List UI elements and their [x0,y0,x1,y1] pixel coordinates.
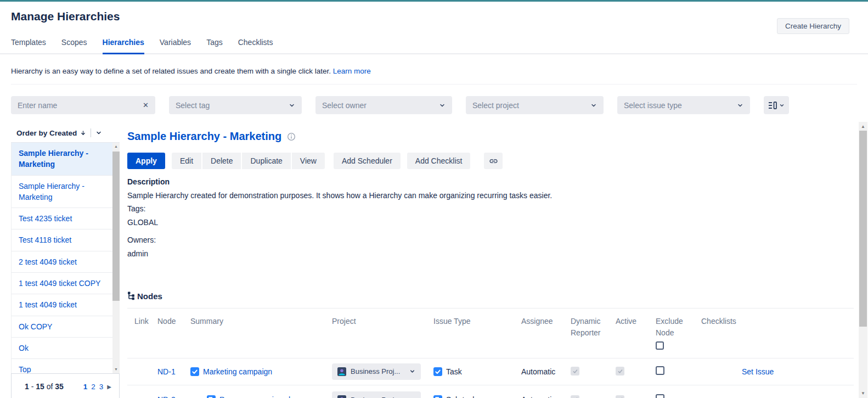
hierarchy-detail-panel: Sample Hierarchy - Marketing Apply Edit … [127,124,854,398]
tree-icon [127,292,135,300]
apply-button[interactable]: Apply [127,153,165,169]
list-item[interactable]: Top [12,359,120,373]
learn-more-link[interactable]: Learn more [333,67,371,75]
table-row: ND-1 Marketing campaign Business Proj... [127,358,854,385]
sidebar-scrollbar-thumb[interactable] [112,152,120,301]
page-2[interactable]: 2 [91,383,95,391]
action-button-group: Edit Delete Duplicate View [172,153,325,169]
top-accent-bar [0,0,868,2]
dynamic-reporter-checkbox [571,367,579,375]
summary-cell: Prepare campaign plan [190,395,332,398]
page-1[interactable]: 1 [83,383,88,391]
sidebar-scrollbar[interactable]: ▲ ▼ [112,143,120,373]
pagination-range: 1 - 15 of 35 [25,382,64,391]
tab-bar: Templates Scopes Hierarchies Variables T… [0,38,868,54]
scroll-down-icon[interactable]: ▼ [859,391,867,396]
range-end: 15 [36,382,44,391]
sidebar-pagination: 1 - 15 of 35 1 2 3 ▶ [11,373,120,398]
project-filter-select[interactable]: Select project [466,96,604,114]
sort-desc-icon[interactable] [80,130,86,137]
view-button[interactable]: View [291,153,325,169]
tab-checklists[interactable]: Checklists [238,38,273,54]
list-item[interactable]: 1 test 4049 ticket COPY [12,273,120,294]
duplicate-button[interactable]: Duplicate [241,153,290,169]
order-by-control[interactable]: Order by Created [11,124,120,142]
summary-cell: Marketing campaign [190,367,332,376]
view-settings-button[interactable] [764,96,789,114]
main-scrollbar[interactable]: ▲ ▼ [859,122,867,398]
add-scheduler-button[interactable]: Add Scheduler [334,153,401,169]
list-item[interactable]: Ok COPY [12,316,120,338]
summary-link[interactable]: Prepare campaign plan [219,395,299,398]
col-summary: Summary [190,316,332,328]
list-item[interactable]: Test 4118 ticket [12,229,120,251]
next-page-icon[interactable]: ▶ [107,384,111,390]
issue-type-filter-select[interactable]: Select issue type [617,96,750,114]
info-icon[interactable] [287,132,296,141]
issue-type-cell: Task [433,367,521,376]
set-issue-link[interactable]: Set Issue [701,367,774,376]
manage-hierarchies-page: Manage Hierarchies Templates Scopes Hier… [0,0,868,398]
exclude-node-checkbox[interactable] [656,366,664,375]
tab-tags[interactable]: Tags [206,38,223,54]
page-title: Manage Hierarchies [11,10,868,23]
divider [91,128,91,137]
list-item[interactable]: Ok [12,338,120,359]
subtask-icon [433,395,442,398]
dynamic-reporter-cell [571,367,616,377]
exclude-node-cell [656,366,701,377]
node-id-link[interactable]: ND-1 [157,367,190,376]
col-project: Project [332,316,433,328]
page-3[interactable]: 3 [99,383,104,391]
clear-name-icon[interactable]: ✕ [143,101,149,109]
add-checklist-button[interactable]: Add Checklist [407,153,471,169]
tab-templates[interactable]: Templates [11,38,46,54]
dynamic-reporter-checkbox [571,395,579,398]
name-filter[interactable]: ✕ [11,96,155,114]
range-dash: - [31,382,34,391]
main-scrollbar-thumb[interactable] [859,131,867,327]
summary-link[interactable]: Marketing campaign [203,367,272,376]
exclude-node-checkbox[interactable] [656,394,664,398]
table-row: ND-2 Prepare campaign plan Business Proj… [127,385,854,398]
list-item[interactable]: Test 4235 ticket [12,208,120,229]
active-cell [616,367,656,377]
exclude-node-cell [656,394,701,398]
tab-variables[interactable]: Variables [160,38,191,54]
active-checkbox [616,367,624,375]
col-link: Link [134,316,157,328]
checklists-cell: Set Issue [701,367,854,377]
dynamic-reporter-cell [571,395,616,398]
scroll-down-icon[interactable]: ▼ [112,367,120,371]
delete-button[interactable]: Delete [201,153,241,169]
chevron-down-icon[interactable] [95,130,102,136]
nodes-table-header: Link Node Summary Project Issue Type Ass… [127,309,854,358]
list-item[interactable]: Sample Hierarchy - Marketing [12,143,120,176]
list-item[interactable]: 2 test 4049 ticket [12,251,120,273]
copy-link-button[interactable] [484,153,503,169]
pagination-pages: 1 2 3 ▶ [83,383,111,391]
tab-scopes[interactable]: Scopes [61,38,87,54]
description-label: Description [127,177,854,188]
exclude-all-checkbox[interactable] [656,341,664,350]
edit-button[interactable]: Edit [172,153,201,169]
task-icon [433,367,442,376]
node-id-link[interactable]: ND-2 [157,395,190,398]
project-select[interactable]: Business Proj... [332,363,421,380]
scroll-up-icon[interactable]: ▲ [112,144,120,148]
create-hierarchy-button[interactable]: Create Hierarchy [777,18,849,34]
issue-type-filter-placeholder: Select issue type [624,101,682,110]
project-select[interactable]: Business Proj... [332,391,421,398]
order-by-label: Order by Created [16,129,77,137]
hierarchy-sidebar: Order by Created Sample Hierarchy - Mark… [11,124,120,398]
project-name: Business Proj... [351,396,405,398]
range-start: 1 [25,382,29,391]
assignee-cell: Automatic [521,367,571,376]
list-item[interactable]: 1 test 4049 ticket [12,294,120,316]
tab-hierarchies[interactable]: Hierarchies [103,38,144,54]
scroll-up-icon[interactable]: ▲ [859,124,867,129]
name-filter-input[interactable] [18,101,127,110]
owner-filter-select[interactable]: Select owner [315,96,452,114]
tag-filter-select[interactable]: Select tag [169,96,302,114]
list-item[interactable]: Sample Hierarchy - Marketing [12,176,120,209]
